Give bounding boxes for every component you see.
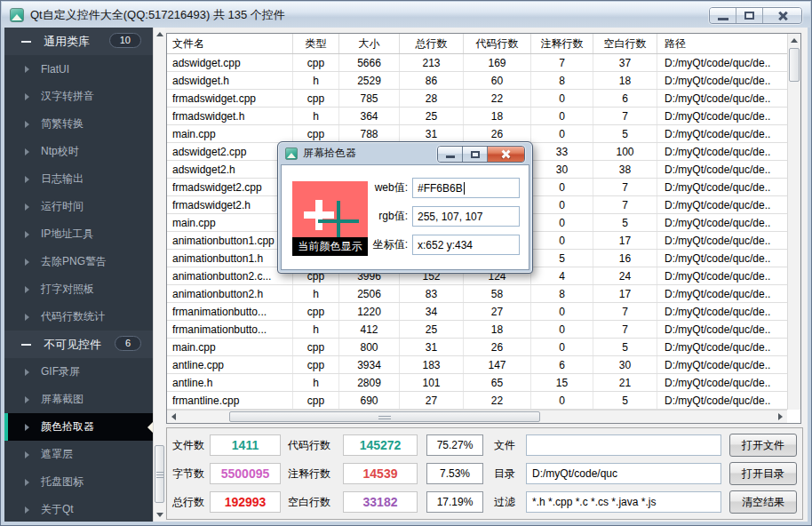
chevron-right-icon xyxy=(25,121,29,128)
close-icon xyxy=(777,11,788,21)
sidebar-item[interactable]: 简繁转换 xyxy=(4,110,153,138)
thumb-grip xyxy=(378,414,391,419)
filter-input[interactable] xyxy=(526,491,721,513)
minimize-button[interactable] xyxy=(710,8,736,23)
table-row[interactable]: antline.hh2809101651521D:/myQt/code/quc/… xyxy=(167,374,800,392)
table-row[interactable]: adswidget.cppcpp5666213169737D:/myQt/cod… xyxy=(167,54,800,72)
table-cell: D:/myQt/code/quc/de.. xyxy=(657,72,787,89)
sidebar-item-label: IP地址工具 xyxy=(41,227,93,242)
dialog-close-button[interactable] xyxy=(488,147,524,162)
chevron-right-icon xyxy=(25,369,29,376)
table-cell: 16 xyxy=(593,250,657,267)
table-cell: main.cpp xyxy=(167,339,293,355)
table-row[interactable]: frmadswidget.hh364251807D:/myQt/code/quc… xyxy=(167,108,800,125)
directory-input[interactable] xyxy=(526,463,721,484)
column-header[interactable]: 路径 xyxy=(657,34,787,53)
table-vscroll-thumb[interactable] xyxy=(789,48,800,82)
sidebar-item[interactable]: 日志输出 xyxy=(4,165,153,193)
sidebar-scroll-thumb[interactable] xyxy=(155,445,164,503)
column-header[interactable]: 代码行数 xyxy=(464,34,531,53)
web-value-field[interactable]: #FF6B6B xyxy=(412,178,520,198)
table-hscroll-thumb[interactable] xyxy=(229,411,540,422)
sidebar-item[interactable]: 颜色拾取器 xyxy=(4,413,153,441)
clear-results-button[interactable]: 清空结果 xyxy=(729,490,797,514)
table-cell: D:/myQt/code/quc/de.. xyxy=(657,267,787,284)
table-cell: main.cpp xyxy=(167,125,293,142)
table-cell: 0 xyxy=(531,108,593,124)
sidebar-item[interactable]: 去除PNG警告 xyxy=(4,248,153,275)
table-cell: cpp xyxy=(293,90,339,107)
table-cell: 5 xyxy=(593,214,657,231)
column-header[interactable]: 大小 xyxy=(339,34,400,53)
table-cell: frmantline.cpp xyxy=(167,392,293,409)
sidebar-group-header[interactable]: 通用类库10 xyxy=(4,28,153,55)
scroll-right-icon[interactable] xyxy=(775,410,786,423)
crosshair-icon xyxy=(315,200,322,230)
table-row[interactable]: frmantline.cppcpp690272205D:/myQt/code/q… xyxy=(167,392,800,410)
web-value-row: web值: #FF6B6B xyxy=(356,178,520,198)
scroll-up-icon[interactable] xyxy=(154,28,165,40)
table-cell: 26 xyxy=(464,339,531,355)
stats-row: 总行数 192993 空白行数 33182 17.19% 过滤 清空结果 xyxy=(172,490,797,514)
maximize-button[interactable] xyxy=(736,8,763,23)
table-row[interactable]: animationbutton2.hh25068358817D:/myQt/co… xyxy=(167,285,800,303)
sidebar-item[interactable]: 打字对照板 xyxy=(4,275,153,303)
sidebar-scrollbar[interactable] xyxy=(153,28,165,522)
sidebar-item[interactable]: 托盘图标 xyxy=(4,468,153,496)
scroll-left-icon[interactable] xyxy=(168,410,179,423)
table-row[interactable]: adswidget.hh25298660818D:/myQt/code/quc/… xyxy=(167,72,800,90)
table-cell: D:/myQt/code/quc/de.. xyxy=(657,90,787,107)
table-row[interactable]: main.cppcpp788312605D:/myQt/code/quc/de.… xyxy=(167,125,800,143)
file-input[interactable] xyxy=(526,434,721,456)
table-cell: 27 xyxy=(464,303,531,320)
table-cell: 26 xyxy=(464,125,531,142)
open-directory-button[interactable]: 打开目录 xyxy=(729,462,797,485)
table-cell: 5 xyxy=(593,125,657,142)
sidebar-group-header[interactable]: 不可见控件6 xyxy=(4,331,153,358)
sidebar: 通用类库10FlatUI汉字转拼音简繁转换Ntp校时日志输出运行时间IP地址工具… xyxy=(4,28,153,522)
column-header[interactable]: 空白行数 xyxy=(593,34,657,53)
table-row[interactable]: main.cppcpp800312605D:/myQt/code/quc/de.… xyxy=(167,339,800,356)
open-file-button[interactable]: 打开文件 xyxy=(729,434,797,457)
column-header[interactable]: 类型 xyxy=(293,34,339,53)
table-vertical-scrollbar[interactable] xyxy=(787,34,800,410)
table-cell: 147 xyxy=(464,356,531,373)
table-row[interactable]: frmanimationbutto...h412251807D:/myQt/co… xyxy=(167,321,800,339)
file-count-value: 1411 xyxy=(210,434,281,456)
sidebar-item[interactable]: 关于Qt xyxy=(4,496,153,522)
coordinate-field[interactable]: x:652 y:434 xyxy=(412,235,520,255)
table-row[interactable]: frmadswidget.cppcpp785282206D:/myQt/code… xyxy=(167,90,800,108)
sidebar-item[interactable]: 代码行数统计 xyxy=(4,303,153,331)
table-cell: 0 xyxy=(531,392,593,409)
table-cell: 364 xyxy=(339,108,400,124)
chevron-right-icon xyxy=(25,176,29,183)
sidebar-item[interactable]: 遮罩层 xyxy=(4,441,153,468)
table-cell: 24 xyxy=(593,267,657,284)
table-horizontal-scrollbar[interactable] xyxy=(167,410,787,423)
sidebar-item[interactable]: IP地址工具 xyxy=(4,220,153,248)
column-header[interactable]: 总行数 xyxy=(400,34,464,53)
table-cell: D:/myQt/code/quc/de.. xyxy=(657,54,787,71)
table-cell: 58 xyxy=(464,285,531,302)
table-cell: 5 xyxy=(531,250,593,267)
scroll-down-icon[interactable] xyxy=(154,509,165,521)
table-row[interactable]: antline.cppcpp3934183147630D:/myQt/code/… xyxy=(167,356,800,374)
sidebar-item[interactable]: 汉字转拼音 xyxy=(4,83,153,110)
dialog-maximize-button[interactable] xyxy=(463,147,488,162)
sidebar-item[interactable]: Ntp校时 xyxy=(4,138,153,165)
table-cell: 7 xyxy=(593,108,657,124)
comment-lines-value: 14539 xyxy=(343,463,418,484)
column-header[interactable]: 注释行数 xyxy=(531,34,593,53)
sidebar-item[interactable]: 运行时间 xyxy=(4,193,153,220)
sidebar-item[interactable]: FlatUI xyxy=(4,55,153,83)
dialog-minimize-button[interactable] xyxy=(438,147,463,162)
table-row[interactable]: frmanimationbutto...cpp1220342707D:/myQt… xyxy=(167,303,800,321)
close-button[interactable] xyxy=(763,8,801,23)
rgb-value-field[interactable]: 255, 107, 107 xyxy=(412,206,520,227)
stat-label: 代码行数 xyxy=(288,438,339,453)
sidebar-item[interactable]: GIF录屏 xyxy=(4,358,153,386)
column-header[interactable]: 文件名 xyxy=(167,34,293,53)
sidebar-item[interactable]: 屏幕截图 xyxy=(4,386,153,413)
table-cell: 18 xyxy=(464,108,531,124)
scroll-up-icon[interactable] xyxy=(788,35,800,46)
